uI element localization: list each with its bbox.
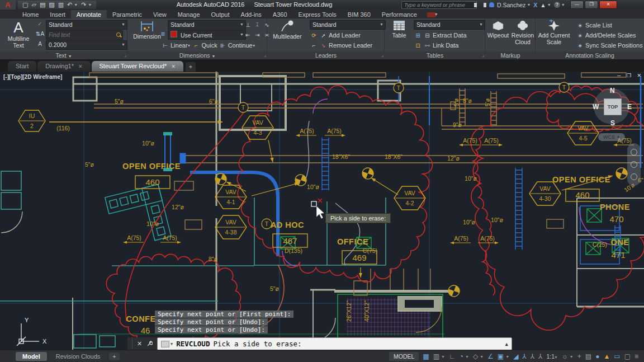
snap-icon-chevron[interactable]: ▼ bbox=[441, 355, 445, 359]
ribbon-tab-view[interactable]: View bbox=[148, 10, 172, 18]
help-icon[interactable]: ? bbox=[554, 2, 560, 8]
annotation-scale-button[interactable]: 1:1 ▼ bbox=[546, 353, 557, 360]
viewcube-south[interactable]: S bbox=[610, 119, 615, 127]
linear-button[interactable]: Linear bbox=[171, 42, 188, 49]
graphics-performance-icon[interactable]: ▲ bbox=[603, 352, 610, 360]
file-tab-close-icon[interactable]: ✕ bbox=[78, 64, 83, 69]
command-customize-wrench-icon[interactable] bbox=[146, 341, 153, 347]
system-monitor-icon[interactable]: ▭ bbox=[614, 352, 620, 360]
sync-scale-positions-button[interactable]: Sync Scale Positions bbox=[585, 42, 643, 49]
undo-icon-chevron[interactable]: ▼ bbox=[74, 3, 78, 7]
command-input[interactable]: ▼ REVCLOUD Pick a side to erase: ▲ bbox=[157, 337, 512, 350]
quick-properties-icon[interactable]: ▤ bbox=[585, 352, 591, 360]
command-suggest-icon[interactable] bbox=[161, 341, 169, 347]
table-style-select[interactable]: Standard▼ bbox=[414, 20, 485, 30]
layer-stack-icon[interactable]: ≣ bbox=[159, 31, 167, 37]
ribbon-tab-a360[interactable]: A360 bbox=[267, 10, 293, 18]
workspace-icon[interactable]: ☼ bbox=[562, 352, 568, 360]
saveas-icon[interactable]: ▨ bbox=[49, 1, 54, 9]
drawing-window-controls[interactable]: ─ ❐ ✕ bbox=[617, 73, 643, 78]
ribbon-tab-add-ins[interactable]: Add-ins bbox=[235, 10, 267, 18]
help-chevron-icon[interactable]: ▼ bbox=[561, 3, 565, 7]
command-close-icon[interactable]: ✕ bbox=[137, 340, 142, 347]
file-tab-drawing1-[interactable]: Drawing1*✕ bbox=[37, 61, 90, 72]
panel-title-markup[interactable]: Markup bbox=[485, 51, 536, 59]
continue-chevron-icon[interactable]: ▼ bbox=[252, 44, 256, 48]
ribbon-tab-annotate[interactable]: Annotate bbox=[71, 10, 107, 18]
snap-icon[interactable]: ▥ bbox=[433, 352, 439, 360]
drawing-canvas[interactable]: 5"ø6"ø8"ø9"ø5'ø5'ø5"ø10"ø12"ø10"ø10"ø18"… bbox=[0, 72, 644, 350]
osnap-icon[interactable]: ▣ bbox=[498, 352, 504, 360]
apps-chevron-icon[interactable]: ▼ bbox=[547, 3, 551, 7]
viewport-controls[interactable]: [-][Top][2D Wireframe] bbox=[3, 74, 62, 80]
hardware-acceleration-icon[interactable]: ● bbox=[595, 352, 599, 360]
quick-button[interactable]: Quick bbox=[202, 42, 217, 49]
steering-wheel-icon[interactable] bbox=[631, 149, 637, 156]
panel-title-tables[interactable]: Tables ⌟ bbox=[385, 51, 486, 59]
linear-chevron-icon[interactable]: ▼ bbox=[187, 44, 191, 48]
extract-data-button[interactable]: Extract Data bbox=[433, 32, 467, 39]
wcs-selector[interactable]: WCS▼ bbox=[598, 133, 625, 141]
tables-dialog-launcher-icon[interactable]: ⌟ bbox=[482, 51, 484, 59]
command-history-expand-icon[interactable]: ▲ bbox=[505, 341, 508, 347]
redo-icon-chevron[interactable]: ▼ bbox=[88, 3, 92, 7]
polar-tracking-icon-chevron[interactable]: ▼ bbox=[465, 355, 469, 359]
a360-icon[interactable]: X bbox=[533, 2, 537, 8]
dim-layer-select[interactable]: Use Current▼ bbox=[168, 30, 246, 40]
multileader-button[interactable]: Multileader bbox=[269, 20, 305, 40]
autocad-logo-icon[interactable]: A bbox=[0, 0, 16, 10]
table-button[interactable]: Table bbox=[387, 20, 411, 39]
customization-icon[interactable]: ≡ bbox=[634, 352, 638, 360]
add-delete-scales-button[interactable]: Add/Delete Scales bbox=[585, 32, 636, 39]
undo-icon[interactable]: ↶ bbox=[67, 1, 72, 9]
lineweight-icon[interactable]: ◢ bbox=[513, 352, 518, 360]
multiline-text-button[interactable]: A Multiline Text bbox=[2, 20, 35, 49]
minimize-button[interactable]: — bbox=[570, 1, 584, 9]
signed-in-user[interactable]: D.Sanchez bbox=[497, 2, 525, 8]
workspace-icon-chevron[interactable]: ▼ bbox=[570, 355, 574, 359]
layout-tab-model[interactable]: Model bbox=[16, 352, 47, 361]
update-fields-icon[interactable]: ⊞ bbox=[414, 32, 422, 39]
ribbon-tab-output[interactable]: Output bbox=[206, 10, 235, 18]
pan-icon[interactable] bbox=[631, 161, 637, 168]
new-drawing-tab-button[interactable]: + bbox=[186, 62, 196, 72]
ribbon-tab-bim-360[interactable]: BIM 360 bbox=[342, 10, 376, 18]
add-current-scale-button[interactable]: Add Current Scale bbox=[537, 20, 571, 45]
open-icon[interactable]: ▱ bbox=[31, 1, 36, 9]
ribbon-tab-performance[interactable]: Performance bbox=[376, 10, 423, 18]
save-icon[interactable]: ▤ bbox=[40, 1, 45, 9]
file-tab-close-icon[interactable]: ✕ bbox=[171, 64, 176, 69]
mleader-style-select[interactable]: Standard▼ bbox=[310, 20, 386, 30]
viewcube-top-face[interactable]: TOP bbox=[604, 98, 622, 115]
text-height-select[interactable]: 0.2000▼ bbox=[46, 40, 127, 50]
download-data-icon[interactable]: ⊡ bbox=[414, 43, 422, 49]
leader-collect-icon[interactable]: ⟳ bbox=[310, 32, 318, 39]
osnap-icon-chevron[interactable]: ▼ bbox=[505, 355, 509, 359]
find-text-input[interactable] bbox=[46, 31, 122, 39]
wipeout-button[interactable]: Wipeout bbox=[486, 20, 510, 39]
command-suggest-chevron-icon[interactable]: ▼ bbox=[171, 342, 173, 346]
file-tab-steuart-tower-revcloud-[interactable]: Steuart Tower Revcloud*✕ bbox=[92, 61, 183, 72]
scale-list-button[interactable]: Scale List bbox=[585, 22, 612, 29]
dim-style-select[interactable]: Standard▼ bbox=[168, 20, 246, 30]
find-text-field[interactable] bbox=[46, 30, 123, 40]
ribbon-tab-insert[interactable]: Insert bbox=[44, 10, 71, 18]
grid-icon[interactable]: ▦ bbox=[423, 352, 429, 360]
navigation-bar[interactable] bbox=[627, 143, 641, 186]
ribbon-tab-express-tools[interactable]: Express Tools bbox=[293, 10, 342, 18]
annotation-visibility-icon[interactable]: ⅄ bbox=[522, 352, 526, 360]
isodraft-icon-chevron[interactable]: ▼ bbox=[480, 355, 484, 359]
file-tab-start[interactable]: Start bbox=[8, 61, 36, 72]
leader-align-icon[interactable]: ⌐ bbox=[310, 43, 318, 49]
polar-tracking-icon[interactable]: ◔ bbox=[460, 352, 463, 360]
panel-title-text[interactable]: Text ▼ ⌟ bbox=[0, 51, 128, 59]
revision-cloud-button[interactable]: Revision Cloud bbox=[511, 20, 534, 45]
ortho-icon[interactable]: ∟ bbox=[449, 352, 456, 360]
search-icon[interactable] bbox=[474, 3, 486, 7]
annotation-autoscale-icon[interactable]: ⅄ bbox=[531, 352, 534, 360]
viewcube-east[interactable]: E bbox=[627, 103, 632, 111]
zoom-icon[interactable] bbox=[631, 173, 637, 180]
help-search-input[interactable]: Type a keyword or phrase bbox=[401, 1, 477, 9]
restore-button[interactable]: ❐ bbox=[585, 1, 598, 9]
leaders-dialog-launcher-icon[interactable]: ⌟ bbox=[381, 51, 383, 59]
